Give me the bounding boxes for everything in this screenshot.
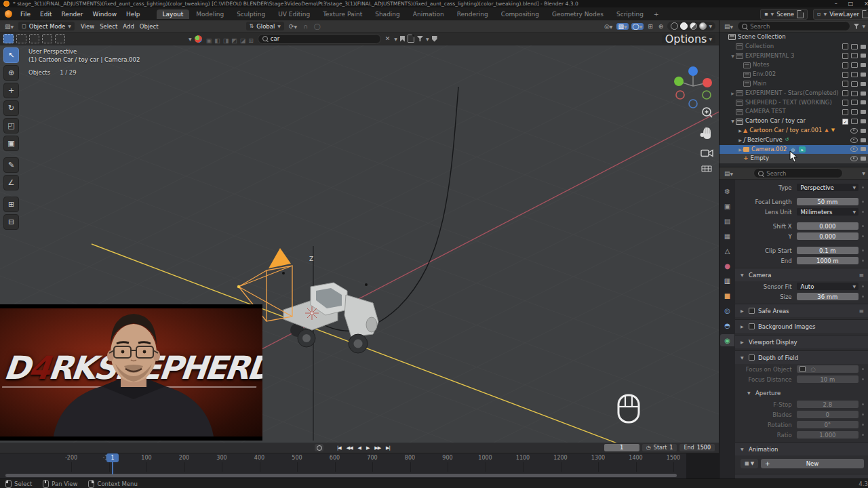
exclude-checkbox[interactable]: [842, 62, 848, 68]
exclude-checkbox[interactable]: [842, 109, 848, 115]
outliner-row[interactable]: Scene Collection: [719, 33, 868, 42]
object-picker-icon[interactable]: [800, 366, 806, 372]
frame-start-field[interactable]: ◷ Start 1: [642, 444, 677, 451]
outliner-row[interactable]: +Empty: [719, 154, 868, 163]
tab-object[interactable]: ■: [720, 289, 734, 302]
mode-dropdown[interactable]: ◻ Object Mode ▼: [18, 22, 75, 30]
empty-object[interactable]: [305, 306, 319, 320]
section-checkbox[interactable]: [749, 323, 755, 329]
section-viewport-display[interactable]: ▶Viewport Display: [735, 335, 868, 348]
workspace-tab-rendering[interactable]: Rendering: [451, 9, 494, 19]
jump-end-button[interactable]: ▶|: [384, 445, 392, 451]
property-field[interactable]: 10 m: [797, 375, 859, 383]
measure-tool[interactable]: ∠: [3, 175, 19, 190]
menu-window[interactable]: Window: [89, 10, 121, 18]
select-box-tool[interactable]: ↖: [3, 47, 19, 63]
search-input[interactable]: car: [258, 34, 381, 44]
shield-icon[interactable]: [432, 36, 437, 42]
section-safe-areas[interactable]: ▶Safe Areas≡: [735, 304, 868, 317]
select-extend-icon[interactable]: [16, 34, 26, 43]
tab-tool[interactable]: ⚙: [720, 185, 734, 197]
section-checkbox[interactable]: [749, 308, 755, 314]
animate-property-dot[interactable]: [862, 413, 864, 415]
new-viewlayer-icon[interactable]: [862, 10, 868, 18]
filter-icon[interactable]: [853, 24, 859, 29]
solid-shading-icon[interactable]: [680, 22, 688, 30]
pan-hand-icon[interactable]: [701, 127, 711, 139]
current-frame-field[interactable]: 1: [604, 444, 639, 451]
outliner-row[interactable]: CAMERA TEST: [719, 107, 868, 117]
proportional-edit-icon[interactable]: ◯: [313, 23, 322, 30]
hide-eye-icon[interactable]: [850, 156, 858, 161]
outliner-row[interactable]: SHEPHERD - TEXT (WORKING): [719, 98, 868, 108]
play-reverse-button[interactable]: ◀: [356, 445, 363, 451]
move-tool[interactable]: +: [3, 83, 19, 98]
clear-search-icon[interactable]: ✕: [384, 35, 392, 42]
auto-keying-icon[interactable]: [315, 444, 323, 451]
annotate-tool[interactable]: ✎: [3, 157, 19, 173]
property-field[interactable]: 0.000: [797, 222, 859, 230]
gizmo-z-axis[interactable]: [688, 66, 698, 76]
workspace-tab-compositing[interactable]: Compositing: [495, 9, 545, 19]
next-keyframe-button[interactable]: ▶▶: [372, 445, 382, 451]
orthographic-grid-icon[interactable]: [702, 166, 711, 171]
expand-arrow-icon[interactable]: ▼: [741, 355, 745, 360]
viewport-menu-object[interactable]: Object: [137, 23, 161, 30]
property-field[interactable]: 0: [797, 411, 859, 418]
property-dropdown[interactable]: Auto▼: [797, 283, 859, 290]
playhead[interactable]: 1: [106, 453, 119, 462]
chevron-down-icon[interactable]: ▼: [862, 24, 865, 28]
outliner-row[interactable]: Notes: [719, 60, 868, 70]
play-button[interactable]: ▶: [364, 445, 371, 451]
disable-render-icon[interactable]: [861, 54, 866, 58]
animate-property-dot[interactable]: [862, 249, 864, 251]
frame-end-field[interactable]: End 1500: [679, 444, 715, 451]
outliner-row[interactable]: ▶EXPERIMENT - Stars(Completed): [719, 89, 868, 98]
blender-logo-icon[interactable]: [5, 10, 12, 18]
section-animation[interactable]: ▼Animation: [735, 442, 868, 455]
tab-physics[interactable]: ◓: [720, 319, 734, 331]
expand-arrow-icon[interactable]: ▶: [730, 89, 736, 98]
select-invert-icon[interactable]: [42, 34, 52, 43]
animate-property-dot[interactable]: [862, 368, 864, 370]
outliner-row[interactable]: Collection: [719, 42, 868, 52]
expand-arrow-icon[interactable]: ▶: [741, 324, 745, 329]
animate-property-dot[interactable]: [862, 424, 864, 426]
disable-render-icon[interactable]: [861, 119, 866, 123]
exclude-checkbox[interactable]: [842, 53, 848, 59]
timeline-ruler[interactable]: -200-10010020030040050060070080090010001…: [0, 453, 719, 479]
expand-arrow-icon[interactable]: ▼: [730, 52, 736, 61]
tab-output[interactable]: ▤: [720, 215, 734, 227]
property-dropdown[interactable]: Millimeters▼: [797, 208, 859, 216]
viewlayer-selector[interactable]: ▫ ▼ ViewLayer: [813, 9, 868, 20]
camera-view-icon[interactable]: [701, 150, 713, 157]
display-filter-icon-2[interactable]: ◨: [222, 37, 231, 44]
nav-gizmo[interactable]: [674, 66, 712, 108]
disable-render-icon[interactable]: [861, 82, 866, 86]
select-intersect-icon[interactable]: [55, 34, 65, 43]
gizmo-x-neg[interactable]: [676, 91, 684, 99]
workspace-tab-texture-paint[interactable]: Texture Paint: [317, 9, 368, 19]
expand-arrow-icon[interactable]: ▶: [737, 126, 743, 136]
tab-world[interactable]: ●: [720, 260, 734, 272]
menu-edit[interactable]: Edit: [36, 10, 56, 18]
zoom-icon[interactable]: [703, 108, 712, 117]
property-field[interactable]: 2.8: [797, 401, 859, 408]
disable-render-icon[interactable]: [861, 73, 866, 77]
property-field[interactable]: 1.000: [797, 431, 859, 439]
expand-arrow-icon[interactable]: ▼: [747, 390, 752, 395]
new-collection-icon[interactable]: [408, 35, 414, 43]
wireframe-shading-icon[interactable]: [671, 22, 678, 30]
panel-options-icon[interactable]: ≡: [859, 272, 864, 279]
animate-property-dot[interactable]: [862, 403, 864, 405]
animate-property-dot[interactable]: [862, 211, 864, 213]
workspace-tab-uv-editing[interactable]: UV Editing: [272, 9, 316, 19]
animate-property-dot[interactable]: [862, 235, 864, 237]
timeline-scrollbar[interactable]: [5, 474, 677, 477]
disable-viewport-icon[interactable]: [851, 44, 858, 49]
extra-tool[interactable]: ⊟: [3, 214, 19, 230]
animate-property-dot[interactable]: [862, 296, 864, 298]
display-filter-icon-5[interactable]: ⊞: [247, 37, 255, 44]
select-subtract-icon[interactable]: [29, 34, 39, 43]
section-background-images[interactable]: ▶Background Images: [735, 319, 868, 333]
